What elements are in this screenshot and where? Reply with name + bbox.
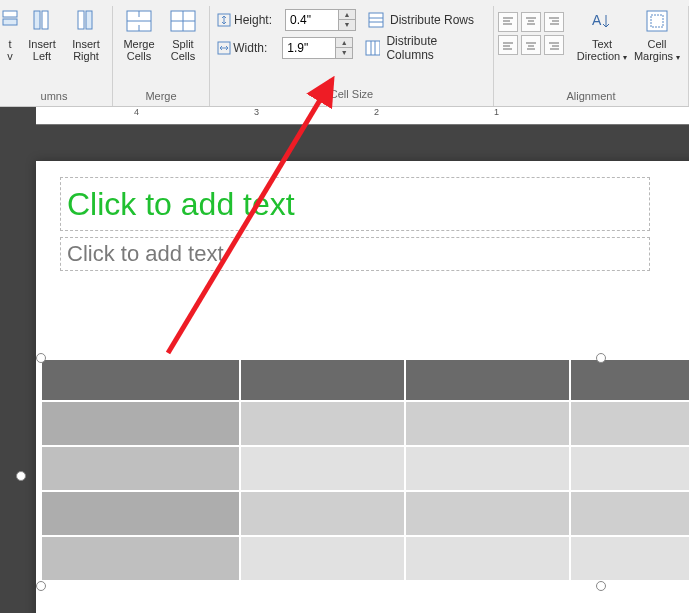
table-row[interactable] xyxy=(41,446,689,491)
group-rowscols: t v Insert Left Insert Right umns xyxy=(0,6,113,106)
height-spin-down[interactable]: ▼ xyxy=(339,20,355,30)
height-label: Height: xyxy=(234,13,279,27)
group-label-merge: Merge xyxy=(145,90,176,106)
title-placeholder-text: Click to add text xyxy=(67,186,295,223)
selection-handle[interactable] xyxy=(596,581,606,591)
insert-right-button[interactable]: Insert Right xyxy=(64,6,108,64)
distribute-columns-label: Distribute Columns xyxy=(386,34,483,62)
inserted-table[interactable] xyxy=(40,358,689,582)
group-label-alignment: Alignment xyxy=(567,90,616,106)
width-spinbox[interactable]: ▲ ▼ xyxy=(282,37,353,59)
svg-rect-1 xyxy=(3,19,17,25)
svg-rect-14 xyxy=(369,13,383,27)
ruler-mark: 1 xyxy=(494,107,499,125)
insert-row-icon xyxy=(1,9,19,33)
svg-rect-4 xyxy=(78,11,84,29)
svg-text:A: A xyxy=(592,12,602,28)
svg-rect-0 xyxy=(3,11,17,17)
horizontal-ruler[interactable]: 4 3 2 1 xyxy=(36,107,689,125)
width-spin-down[interactable]: ▼ xyxy=(336,48,352,58)
group-alignment: A Text Direction ▾ Cell Margins ▾ Alignm… xyxy=(494,6,689,106)
svg-rect-5 xyxy=(86,11,92,29)
width-label: Width: xyxy=(233,41,276,55)
insert-right-label: Insert Right xyxy=(72,38,100,62)
table-header-row[interactable] xyxy=(41,359,689,401)
split-cells-label: Split Cells xyxy=(171,38,195,62)
text-direction-icon: A xyxy=(590,9,614,33)
selection-handle[interactable] xyxy=(36,581,46,591)
split-cells-button[interactable]: Split Cells xyxy=(161,6,205,64)
insert-left-icon xyxy=(30,9,54,33)
selection-handle[interactable] xyxy=(596,353,606,363)
selection-handle[interactable] xyxy=(36,353,46,363)
width-icon xyxy=(216,40,231,56)
insert-right-icon xyxy=(74,9,98,33)
align-grid xyxy=(498,12,564,55)
ruler-mark: 3 xyxy=(254,107,259,125)
cell-margins-label: Cell Margins ▾ xyxy=(634,38,680,64)
ruler-mark: 4 xyxy=(134,107,139,125)
distribute-columns-icon xyxy=(365,40,380,56)
table-row[interactable] xyxy=(41,536,689,581)
selection-handle[interactable] xyxy=(16,471,26,481)
split-cells-icon xyxy=(170,10,196,32)
height-input[interactable] xyxy=(286,13,338,27)
insert-left-label: Insert Left xyxy=(28,38,56,62)
cell-margins-icon xyxy=(645,9,669,33)
svg-rect-18 xyxy=(366,41,380,55)
align-mr[interactable] xyxy=(544,35,564,55)
group-label-rowscols: umns xyxy=(41,90,68,106)
height-spinbox[interactable]: ▲ ▼ xyxy=(285,9,356,31)
insert-left-button[interactable]: Insert Left xyxy=(20,6,64,64)
merge-cells-button[interactable]: Merge Cells xyxy=(117,6,161,64)
svg-rect-3 xyxy=(34,11,40,29)
group-cellsize: Height: ▲ ▼ Distribute Rows Width: xyxy=(210,6,494,106)
height-spin-up[interactable]: ▲ xyxy=(339,10,355,20)
insert-partial-label: t v xyxy=(7,38,13,62)
table-row[interactable] xyxy=(41,401,689,446)
svg-rect-40 xyxy=(647,11,667,31)
text-direction-label: Text Direction ▾ xyxy=(577,38,627,64)
align-mc[interactable] xyxy=(521,35,541,55)
text-direction-button[interactable]: A Text Direction ▾ xyxy=(574,6,630,66)
title-placeholder[interactable]: Click to add text xyxy=(60,177,650,231)
merge-cells-label: Merge Cells xyxy=(123,38,154,62)
align-tr[interactable] xyxy=(544,12,564,32)
table-row[interactable] xyxy=(41,491,689,536)
height-icon xyxy=(216,12,232,28)
ribbon: t v Insert Left Insert Right umns Merge … xyxy=(0,0,689,107)
merge-cells-icon xyxy=(126,10,152,32)
group-merge: Merge Cells Split Cells Merge xyxy=(113,6,210,106)
slide[interactable]: Click to add text Click to add text xyxy=(36,161,689,613)
width-input[interactable] xyxy=(283,41,335,55)
width-spin-up[interactable]: ▲ xyxy=(336,38,352,48)
align-ml[interactable] xyxy=(498,35,518,55)
align-tl[interactable] xyxy=(498,12,518,32)
distribute-rows-button[interactable]: Distribute Rows xyxy=(364,8,478,32)
cell-margins-button[interactable]: Cell Margins ▾ xyxy=(630,6,684,66)
align-tc[interactable] xyxy=(521,12,541,32)
ruler-mark: 2 xyxy=(374,107,379,125)
distribute-columns-button[interactable]: Distribute Columns xyxy=(361,36,487,60)
subtitle-placeholder[interactable]: Click to add text xyxy=(60,237,650,271)
svg-rect-2 xyxy=(42,11,48,29)
subtitle-placeholder-text: Click to add text xyxy=(67,241,224,267)
group-label-cellsize: Cell Size xyxy=(330,88,373,104)
slide-canvas[interactable]: Click to add text Click to add text xyxy=(0,125,689,613)
distribute-rows-label: Distribute Rows xyxy=(390,13,474,27)
distribute-rows-icon xyxy=(368,12,384,28)
insert-partial-button[interactable]: t v xyxy=(0,6,20,64)
